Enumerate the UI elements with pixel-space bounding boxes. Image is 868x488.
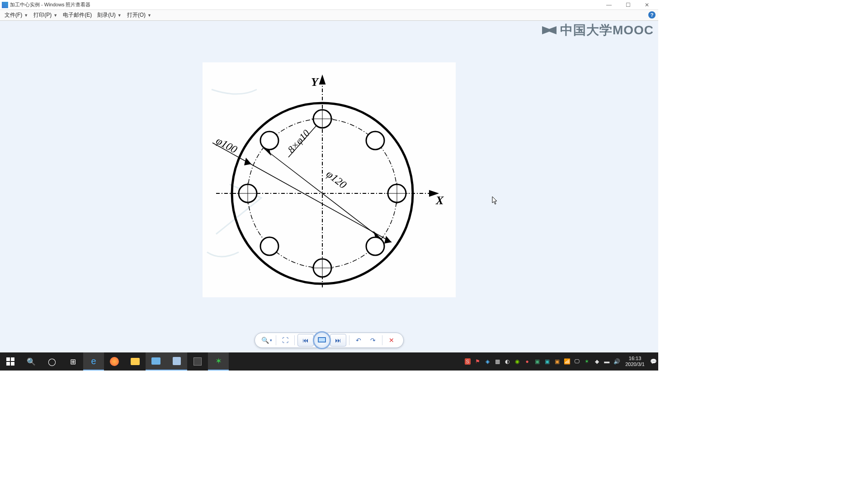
tray-notifications-icon[interactable]: 💬 [648, 352, 658, 371]
svg-marker-2 [320, 76, 325, 84]
cortana-button[interactable]: ◯ [42, 352, 62, 371]
fit-button[interactable]: ⛶ [279, 334, 292, 347]
explorer-taskbar-icon[interactable] [125, 352, 146, 371]
menu-file[interactable]: 文件(F)▼ [2, 10, 31, 20]
y-axis-label: Y [311, 75, 319, 89]
taskbar: 🔍 ◯ ⊞ e ✶ S ⚑ ◈ ▦ ◐ ◉ ● ▣ ▣ ▣ 📶 🖵 ✶ ◆ ▬ … [0, 352, 658, 371]
tray-battery-icon[interactable]: ▬ [602, 352, 612, 371]
photoviewer-taskbar-icon[interactable] [146, 352, 166, 371]
svg-marker-11 [244, 158, 251, 165]
system-tray: S ⚑ ◈ ▦ ◐ ◉ ● ▣ ▣ ▣ 📶 🖵 ✶ ◆ ▬ 🔊 16:13 20… [462, 352, 658, 371]
tray-nvidia-icon[interactable]: ◉ [512, 352, 522, 371]
wechat-taskbar-icon[interactable]: ✶ [208, 352, 229, 371]
svg-rect-32 [6, 357, 10, 361]
menu-email[interactable]: 电子邮件(E) [60, 10, 94, 20]
app-taskbar-icon[interactable] [166, 352, 187, 371]
rotate-cw-button[interactable]: ↷ [367, 334, 379, 347]
svg-rect-31 [319, 338, 325, 342]
bolt-circle-label: φ120 [324, 168, 349, 191]
tray-app6-icon[interactable]: ▣ [552, 352, 562, 371]
firefox-taskbar-icon[interactable] [104, 352, 125, 371]
next-button[interactable]: ⏭ [330, 334, 346, 347]
delete-button[interactable]: ✕ [385, 334, 398, 347]
tray-app2-icon[interactable]: ◐ [502, 352, 512, 371]
menu-burn[interactable]: 刻录(U)▼ [94, 10, 124, 20]
rotate-ccw-button[interactable]: ↶ [352, 334, 365, 347]
tray-wifi-icon[interactable]: 📶 [562, 352, 572, 371]
tray-volume-icon[interactable]: 🔊 [612, 352, 622, 371]
svg-point-21 [366, 237, 384, 255]
tray-flag-icon[interactable]: ⚑ [472, 352, 482, 371]
tray-app7-icon[interactable]: ◆ [592, 352, 602, 371]
svg-marker-12 [384, 236, 392, 244]
svg-point-17 [260, 131, 278, 150]
tray-app1-icon[interactable]: ▦ [492, 352, 502, 371]
menubar: 文件(F)▼ 打印(P)▼ 电子邮件(E) 刻录(U)▼ 打开(O)▼ ? [0, 10, 658, 21]
tray-wechat-icon[interactable]: ✶ [582, 352, 592, 371]
calculator-taskbar-icon[interactable] [187, 352, 208, 371]
previous-button[interactable]: ⏮ [297, 334, 314, 347]
taskbar-clock[interactable]: 16:13 2020/3/1 [622, 356, 648, 367]
titlebar: 加工中心实例 - Windows 照片查看器 — ☐ ✕ [0, 0, 658, 10]
zoom-button[interactable]: 🔍▾ [260, 334, 273, 347]
x-axis-label: X [435, 194, 444, 207]
tray-app5-icon[interactable]: ▣ [542, 352, 552, 371]
watermark: 中国大学MOOC [541, 22, 654, 39]
viewer-toolbar: 🔍▾ ⛶ ⏮ ⏭ ↶ ↷ ✕ [255, 333, 404, 348]
svg-rect-33 [11, 357, 14, 361]
ie-taskbar-icon[interactable]: e [83, 352, 104, 371]
slideshow-button[interactable] [313, 331, 331, 349]
search-button[interactable]: 🔍 [21, 352, 42, 371]
help-icon[interactable]: ? [648, 11, 656, 19]
maximize-button[interactable]: ☐ [618, 0, 637, 10]
menu-print[interactable]: 打印(P)▼ [31, 10, 60, 20]
mouse-cursor [492, 196, 498, 205]
minimize-button[interactable]: — [599, 0, 618, 10]
tray-monitor-icon[interactable]: 🖵 [572, 352, 582, 371]
tray-ime-icon[interactable]: S [462, 352, 472, 371]
outer-dia-label: φ100 [214, 135, 240, 156]
close-button[interactable]: ✕ [637, 0, 656, 10]
svg-rect-35 [11, 362, 14, 366]
diagram-image: Y X [203, 62, 456, 297]
tray-app3-icon[interactable]: ● [522, 352, 532, 371]
svg-rect-34 [6, 362, 10, 366]
start-button[interactable] [0, 352, 21, 371]
photo-viewer-area: 中国大学MOOC Y X [0, 21, 658, 352]
menu-open[interactable]: 打开(O)▼ [124, 10, 154, 20]
tray-security-icon[interactable]: ◈ [482, 352, 492, 371]
holes-label: 8×φ10 [285, 127, 312, 155]
taskview-button[interactable]: ⊞ [62, 352, 83, 371]
svg-point-19 [260, 237, 278, 255]
svg-line-10 [253, 165, 392, 242]
tray-app4-icon[interactable]: ▣ [532, 352, 542, 371]
app-icon [2, 2, 8, 8]
window-title: 加工中心实例 - Windows 照片查看器 [10, 1, 90, 8]
svg-point-15 [366, 131, 384, 150]
